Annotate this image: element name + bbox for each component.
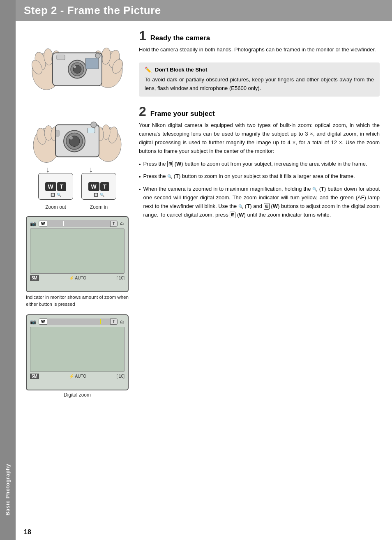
sidebar-label: Basic Photography xyxy=(5,464,11,515)
camera-front-svg xyxy=(30,99,125,169)
right-column: 1 Ready the camera Hold the camera stead… xyxy=(135,21,392,524)
zoom-out-label: Zoom out xyxy=(45,204,66,210)
left-column: ↓ W T 🔲 🔍 Zo xyxy=(16,21,135,524)
page-footer: 18 xyxy=(16,524,392,540)
note-icon: ✏️ xyxy=(145,67,152,73)
svg-rect-33 xyxy=(56,130,59,136)
step1-number: 1 xyxy=(139,29,146,42)
step2-intro: Your Nikon digital camera is equipped wi… xyxy=(139,121,380,155)
svg-point-32 xyxy=(91,122,97,128)
zoom-in-item: ↓ W T 🔲 🔍 Zoom in xyxy=(81,173,116,210)
zoom-out-item: ↓ W T 🔲 🔍 Zo xyxy=(38,173,73,210)
main-content: Step 2 - Frame the Picture xyxy=(16,0,392,540)
camera-front-view-illustration xyxy=(28,101,127,167)
step2-title: Frame your subject xyxy=(150,110,215,118)
step2-block: 2 Frame your subject Your Nikon digital … xyxy=(139,105,380,219)
step1-text: Hold the camera steadily in both hands. … xyxy=(139,46,380,54)
zoom-buttons-illustration: ↓ W T 🔲 🔍 Zo xyxy=(38,173,116,210)
w-icon-inline: ⊞ xyxy=(167,161,173,167)
step1-block: 1 Ready the camera Hold the camera stead… xyxy=(139,29,380,54)
camera-top-svg xyxy=(28,29,127,95)
step1-header: 1 Ready the camera xyxy=(139,29,380,42)
note-text: To avoid dark or partially obscured pict… xyxy=(145,76,374,93)
note-box: ✏️ Don't Block the Shot To avoid dark or… xyxy=(139,62,380,97)
sidebar: Basic Photography xyxy=(0,0,16,540)
digital-zoom-label: Digital zoom xyxy=(64,392,91,398)
zoom-in-label: Zoom in xyxy=(90,204,108,210)
monitor-digital-display: 📷 W T 🗂 5M xyxy=(26,314,129,390)
monitor-normal-display: 📷 W T 🗂 5M xyxy=(26,216,129,292)
bullet-text-2: Press the 🔍 (T) button to zoom in on you… xyxy=(143,172,355,182)
note-title: Don't Block the Shot xyxy=(155,67,207,73)
page-title: Step 2 - Frame the Picture xyxy=(24,4,384,17)
monitor-normal-caption: Indicator in monitor shows amount of zoo… xyxy=(26,294,129,308)
bullet-dot-1: • xyxy=(139,161,141,169)
monitor-normal-zoom: 📷 W T 🗂 5M xyxy=(26,216,129,308)
svg-rect-17 xyxy=(85,58,99,69)
svg-point-30 xyxy=(69,136,73,140)
bullet-dot-3: • xyxy=(139,186,141,219)
step1-title: Ready the camera xyxy=(150,34,210,42)
bullet-item-2: • Press the 🔍 (T) button to zoom in on y… xyxy=(139,172,380,182)
svg-rect-15 xyxy=(57,55,65,60)
monitor-digital-zoom: 📷 W T 🗂 5M xyxy=(26,314,129,398)
bullet-dot-2: • xyxy=(139,173,141,182)
bullet-item-1: • Press the ⊞ (W) button to zoom out fro… xyxy=(139,160,380,169)
bullet-text-3: When the camera is zoomed in to maximum … xyxy=(143,185,380,219)
and-text: and xyxy=(320,194,329,201)
bullet-item-3: • When the camera is zoomed in to maximu… xyxy=(139,185,380,219)
step2-bullets: • Press the ⊞ (W) button to zoom out fro… xyxy=(139,160,380,219)
t-icon-inline: 🔍 xyxy=(167,173,172,180)
note-header: ✏️ Don't Block the Shot xyxy=(145,67,374,73)
step2-header: 2 Frame your subject xyxy=(139,105,380,118)
page-header: Step 2 - Frame the Picture xyxy=(16,0,392,21)
step2-number: 2 xyxy=(139,105,146,118)
svg-point-16 xyxy=(95,53,100,58)
content-area: ↓ W T 🔲 🔍 Zo xyxy=(16,21,392,524)
camera-top-view-illustration xyxy=(28,29,127,95)
svg-point-14 xyxy=(74,66,76,68)
zoom-out-box: W T 🔲 🔍 xyxy=(38,173,73,200)
svg-rect-31 xyxy=(88,128,95,133)
page-number: 18 xyxy=(24,528,31,535)
bullet-text-1: Press the ⊞ (W) button to zoom out from … xyxy=(143,160,367,169)
zoom-in-box: W T 🔲 🔍 xyxy=(81,173,116,200)
